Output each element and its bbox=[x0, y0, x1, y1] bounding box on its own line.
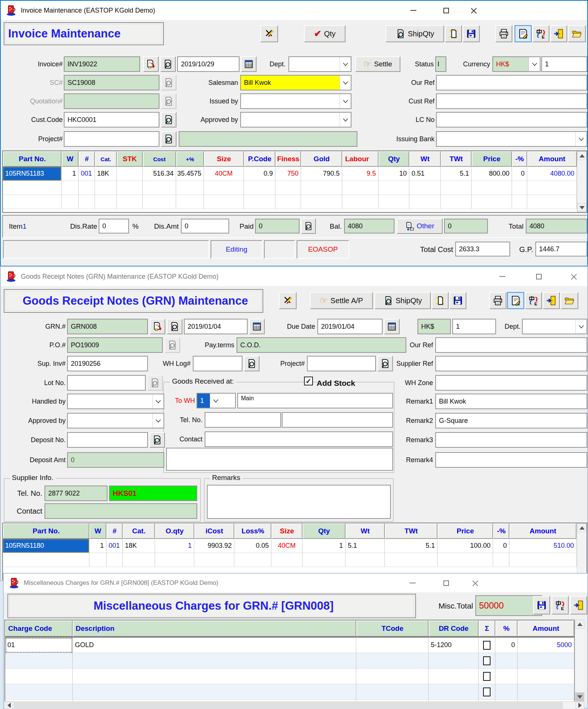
sum-checkbox[interactable] bbox=[483, 672, 490, 681]
new-button[interactable] bbox=[432, 292, 449, 309]
to-wh-combo[interactable]: 1 bbox=[196, 393, 236, 408]
supplier-ref-field[interactable] bbox=[435, 356, 587, 371]
paid-field[interactable]: 0 bbox=[255, 219, 300, 233]
calendar-button[interactable] bbox=[241, 56, 257, 72]
issued-by-combo[interactable] bbox=[240, 93, 351, 109]
grn-search-button[interactable] bbox=[167, 319, 182, 334]
shipqty-button[interactable]: ShipQty bbox=[386, 25, 444, 42]
po-field[interactable]: PO19009 bbox=[67, 337, 163, 353]
remarks-field[interactable] bbox=[207, 485, 391, 519]
project-search-button[interactable] bbox=[161, 131, 176, 147]
qty-button[interactable]: ✔ Qty bbox=[304, 25, 346, 42]
modify-button[interactable] bbox=[279, 292, 297, 309]
scroll-thumb[interactable] bbox=[14, 702, 563, 709]
print-button[interactable] bbox=[495, 25, 512, 42]
scroll-up-button[interactable] bbox=[575, 620, 584, 629]
grid-vscrollbar[interactable] bbox=[575, 620, 584, 701]
sum-checkbox[interactable] bbox=[483, 688, 490, 696]
language-toggle-button[interactable]: E bbox=[552, 596, 569, 614]
cust-ref-field[interactable] bbox=[436, 93, 587, 109]
table-row[interactable] bbox=[5, 684, 574, 700]
modify-button[interactable] bbox=[260, 25, 278, 42]
cust-code-search-button[interactable] bbox=[161, 112, 176, 127]
misc-total-field[interactable]: 50000 bbox=[475, 595, 542, 616]
invoice-search-button[interactable] bbox=[160, 56, 176, 72]
grn-field[interactable]: GRN008 bbox=[67, 319, 148, 334]
edit-mode-button[interactable] bbox=[515, 25, 532, 42]
remark4-field[interactable] bbox=[435, 452, 587, 468]
chevron-down-icon[interactable] bbox=[340, 76, 351, 90]
our-ref-field[interactable] bbox=[436, 75, 587, 90]
exchange-rate-field[interactable]: 1 bbox=[452, 319, 496, 334]
handled-by-combo[interactable] bbox=[67, 394, 164, 409]
minimize-button[interactable] bbox=[405, 4, 422, 16]
deposit-no-field[interactable] bbox=[67, 432, 148, 448]
to-wh-name-field[interactable]: Main bbox=[237, 393, 393, 408]
new-button[interactable] bbox=[445, 25, 462, 42]
other-button[interactable]: Other bbox=[397, 218, 443, 234]
dis-amt-field[interactable]: 0 bbox=[181, 219, 229, 233]
chevron-down-icon[interactable] bbox=[340, 94, 351, 108]
exit-button[interactable] bbox=[543, 292, 560, 309]
minimize-button[interactable] bbox=[404, 577, 421, 589]
grid-vscrollbar[interactable] bbox=[577, 523, 587, 580]
wh-log-search-button[interactable] bbox=[244, 356, 260, 371]
dept-combo[interactable] bbox=[288, 56, 351, 72]
sum-checkbox[interactable] bbox=[483, 641, 490, 650]
dept-combo[interactable] bbox=[522, 319, 587, 334]
table-row[interactable]: 01 GOLD 5-1200 0 5000 bbox=[5, 637, 574, 653]
shipqty-button[interactable]: ShipQty bbox=[374, 292, 431, 309]
approved-by-combo[interactable] bbox=[240, 112, 351, 127]
cust-code-field[interactable]: HKC0001 bbox=[64, 112, 159, 127]
table-row[interactable]: 105RN51180 1 001 18K 1 9903.92 0.05 40CM… bbox=[3, 539, 587, 553]
deposit-amt-field[interactable]: 0 bbox=[67, 452, 164, 468]
tel2-field[interactable] bbox=[282, 412, 393, 428]
settle-button[interactable]: ☞ Settle bbox=[355, 56, 400, 72]
table-row[interactable] bbox=[3, 195, 587, 209]
maximize-button[interactable] bbox=[437, 4, 455, 16]
chevron-down-icon[interactable] bbox=[575, 319, 587, 334]
supplier-code-field[interactable]: HKS01 bbox=[109, 486, 197, 501]
wh-zone-field[interactable] bbox=[435, 375, 587, 391]
grid-hscrollbar[interactable] bbox=[4, 701, 584, 709]
sup-inv-field[interactable]: 20190256 bbox=[67, 356, 148, 371]
grn-date-field[interactable]: 2019/01/04 bbox=[184, 319, 248, 334]
exit-button[interactable] bbox=[550, 25, 567, 42]
salesman-combo[interactable]: Bill Kwok bbox=[240, 75, 351, 90]
scroll-up-button[interactable] bbox=[577, 523, 587, 532]
supplier-tel-field[interactable]: 2877 9022 bbox=[44, 486, 108, 501]
currency-field[interactable]: HK$ bbox=[417, 319, 451, 334]
quotation-field[interactable] bbox=[64, 93, 159, 109]
bal-field[interactable]: 4080 bbox=[344, 219, 394, 233]
post-button[interactable] bbox=[150, 319, 165, 334]
lot-no-field[interactable] bbox=[67, 375, 146, 391]
edit-mode-button[interactable] bbox=[507, 292, 524, 309]
close-button[interactable] bbox=[465, 4, 482, 16]
scroll-down-button[interactable] bbox=[575, 692, 584, 701]
open-button[interactable] bbox=[561, 292, 578, 309]
grid-vscrollbar[interactable] bbox=[577, 151, 587, 212]
scroll-down-button[interactable] bbox=[577, 203, 587, 212]
language-toggle-button[interactable]: E bbox=[525, 292, 542, 309]
chevron-down-icon[interactable] bbox=[340, 113, 351, 127]
other-field[interactable]: 0 bbox=[444, 219, 488, 233]
print-button[interactable] bbox=[489, 292, 506, 309]
chevron-down-icon[interactable] bbox=[152, 394, 163, 408]
project-field[interactable] bbox=[307, 356, 376, 371]
remark2-field[interactable]: G-Square bbox=[435, 413, 587, 428]
gp-field[interactable]: 1446.7 bbox=[535, 242, 587, 256]
invoice-field[interactable]: INV19022 bbox=[64, 56, 140, 72]
table-row[interactable] bbox=[3, 181, 587, 195]
supplier-contact-field[interactable] bbox=[44, 503, 197, 519]
chevron-down-icon[interactable] bbox=[152, 414, 163, 428]
sum-checkbox[interactable] bbox=[483, 656, 490, 665]
currency-combo[interactable]: HK$ bbox=[492, 56, 541, 72]
table-row[interactable] bbox=[5, 669, 574, 684]
remark1-field[interactable]: Bill Kwok bbox=[435, 394, 587, 409]
total-field[interactable]: 4080 bbox=[526, 219, 587, 233]
contact-field[interactable] bbox=[205, 431, 393, 447]
lc-no-field[interactable] bbox=[436, 112, 587, 127]
wh-log-field[interactable] bbox=[193, 356, 242, 371]
deposit-search-button[interactable] bbox=[149, 432, 165, 448]
close-button[interactable] bbox=[565, 271, 582, 282]
